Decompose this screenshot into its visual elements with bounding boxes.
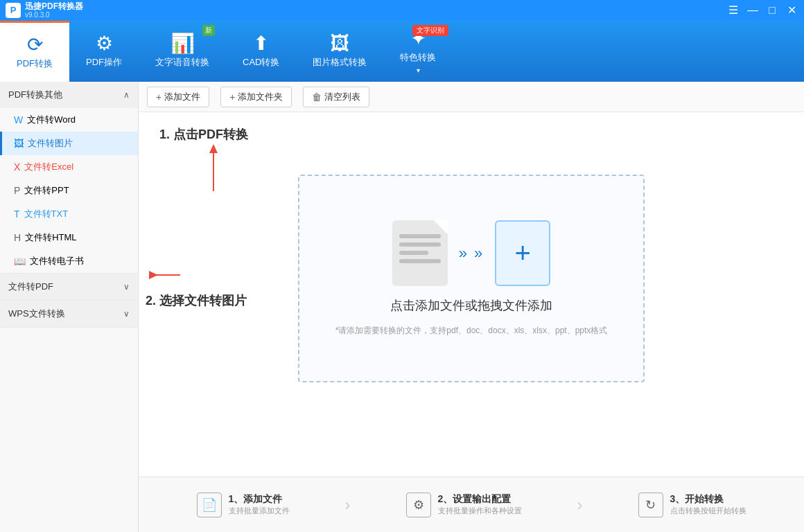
sidebar-item-to-image[interactable]: 🖼 文件转图片 xyxy=(0,132,138,155)
cad-icon: ⬆ xyxy=(253,34,269,53)
guide-step-3-title: 3、开始转换 xyxy=(670,493,746,506)
app-logo: P xyxy=(6,3,21,18)
sidebar-section-wps-title: WPS文件转换 xyxy=(8,308,65,320)
toolbar-pdf-operate[interactable]: ⚙ PDF操作 xyxy=(69,21,139,82)
guide-step-1: 📄 1、添加文件 支持批量添加文件 xyxy=(197,493,290,517)
menu-button[interactable]: ☰ xyxy=(726,0,740,21)
file-icon-plus[interactable]: + xyxy=(495,220,550,286)
html-icon: H xyxy=(14,232,21,243)
clear-list-icon: 🗑 xyxy=(312,91,322,103)
toolbar-tts[interactable]: 新 📊 文字语音转换 xyxy=(139,21,226,82)
chevron-down-icon-2: ∨ xyxy=(123,309,130,319)
sidebar-item-to-txt[interactable]: T 文件转TXT xyxy=(0,202,138,226)
excel-icon: X xyxy=(14,161,20,172)
toolbar-pdf-convert[interactable]: ⟳ PDF转换 xyxy=(0,21,69,82)
chevron-up-icon: ∧ xyxy=(123,90,130,100)
drop-area-container: 1. 点击PDF转换 2. 选择文件转图片 xyxy=(139,112,804,477)
svg-marker-3 xyxy=(149,271,158,279)
clear-list-button[interactable]: 🗑 清空列表 xyxy=(303,87,369,107)
special-dropdown-icon: ▾ xyxy=(417,66,420,74)
sidebar-section-pdf-other-title: PDF转换其他 xyxy=(8,89,62,101)
bottom-guide: 📄 1、添加文件 支持批量添加文件 › ⚙ 2、设置输出配置 支持批量操作和各种… xyxy=(139,477,804,532)
title-bar-controls: ☰ — □ ✕ xyxy=(726,0,798,21)
image-icon: 🖼 xyxy=(14,138,24,149)
tts-badge: 新 xyxy=(202,25,215,36)
minimize-button[interactable]: — xyxy=(746,0,760,21)
guide-step-3-text: 3、开始转换 点击转换按钮开始转换 xyxy=(670,493,746,516)
sidebar-section-pdf-other: PDF转换其他 ∧ W 文件转Word 🖼 文件转图片 X 文件转Excel P… xyxy=(0,82,138,274)
main-toolbar: ⟳ PDF转换 ⚙ PDF操作 新 📊 文字语音转换 ⬆ CAD转换 🖼 图片格… xyxy=(0,21,804,82)
sidebar-section-wps: WPS文件转换 ∨ xyxy=(0,301,138,328)
annotation-step2-text: 2. 选择文件转图片 xyxy=(146,292,247,309)
app-version: v9.0.3.0 xyxy=(25,11,83,19)
cad-label: CAD转换 xyxy=(243,56,279,69)
toolbar-special[interactable]: 文字识别 ✦ 特色转换 ▾ xyxy=(383,21,453,82)
main-panel: + 添加文件 + 添加文件夹 🗑 清空列表 1. 点击PDF转换 xyxy=(139,82,804,532)
pdf-convert-label: PDF转换 xyxy=(17,57,53,70)
guide-step-1-title: 1、添加文件 xyxy=(229,493,290,506)
to-txt-label: 文件转TXT xyxy=(24,208,69,220)
convert-arrows-icon: » » xyxy=(459,245,484,263)
tts-icon: 📊 xyxy=(171,34,195,53)
guide-step-2-title: 2、设置输出配置 xyxy=(438,493,522,506)
chevron-down-icon-1: ∨ xyxy=(123,282,130,292)
svg-marker-1 xyxy=(209,144,218,153)
maximize-button[interactable]: □ xyxy=(765,0,779,21)
close-button[interactable]: ✕ xyxy=(785,0,798,21)
toolbar-img-convert[interactable]: 🖼 图片格式转换 xyxy=(296,21,383,82)
guide-step-3: ↻ 3、开始转换 点击转换按钮开始转换 xyxy=(638,493,746,517)
title-bar: P 迅捷PDF转换器 v9.0.3.0 ☰ — □ ✕ xyxy=(0,0,804,21)
file-icon-pdf xyxy=(392,220,448,286)
ebook-icon: 📖 xyxy=(14,256,26,267)
pdf-operate-label: PDF操作 xyxy=(86,56,122,69)
drop-sub-text: *请添加需要转换的文件，支持pdf、doc、docx、xls、xlsx、ppt、… xyxy=(335,325,608,337)
app-name-version: 迅捷PDF转换器 v9.0.3.0 xyxy=(25,1,83,19)
to-html-label: 文件转HTML xyxy=(25,231,76,244)
file-line-4 xyxy=(399,259,441,263)
add-folder-button[interactable]: + 添加文件夹 xyxy=(220,87,292,107)
add-file-label: 添加文件 xyxy=(164,91,200,103)
to-excel-label: 文件转Excel xyxy=(24,161,73,173)
to-ppt-label: 文件转PPT xyxy=(24,184,69,197)
title-bar-left: P 迅捷PDF转换器 v9.0.3.0 xyxy=(6,1,83,19)
guide-step-2-text: 2、设置输出配置 支持批量操作和各种设置 xyxy=(438,493,522,516)
plus-icon: + xyxy=(515,238,531,269)
content-area: PDF转换其他 ∧ W 文件转Word 🖼 文件转图片 X 文件转Excel P… xyxy=(0,82,804,532)
guide-step-3-sub: 点击转换按钮开始转换 xyxy=(670,506,746,516)
guide-step-1-sub: 支持批量添加文件 xyxy=(229,506,290,516)
add-file-button[interactable]: + 添加文件 xyxy=(147,87,209,107)
guide-step-2: ⚙ 2、设置输出配置 支持批量操作和各种设置 xyxy=(406,493,522,517)
drop-zone-icons: » » + xyxy=(392,220,551,286)
drop-zone[interactable]: » » + 点击添加文件或拖拽文件添加 *请添加需要转换的文件，支持pdf、do… xyxy=(298,175,645,382)
pdf-convert-icon: ⟳ xyxy=(27,35,43,55)
file-line-2 xyxy=(399,242,441,247)
sidebar-item-to-word[interactable]: W 文件转Word xyxy=(0,108,138,132)
sidebar-section-wps-header[interactable]: WPS文件转换 ∨ xyxy=(0,301,138,327)
annotation-arrow2 xyxy=(146,258,187,292)
sidebar-section-to-pdf-header[interactable]: 文件转PDF ∨ xyxy=(0,274,138,300)
guide-divider-2: › xyxy=(577,495,583,515)
guide-step-2-sub: 支持批量操作和各种设置 xyxy=(438,506,522,516)
img-convert-label: 图片格式转换 xyxy=(313,56,367,69)
word-icon: W xyxy=(14,114,23,125)
add-folder-icon: + xyxy=(229,91,235,103)
sidebar-item-to-ebook[interactable]: 📖 文件转电子书 xyxy=(0,249,138,273)
sidebar-section-to-pdf-title: 文件转PDF xyxy=(8,281,53,293)
sidebar: PDF转换其他 ∧ W 文件转Word 🖼 文件转图片 X 文件转Excel P… xyxy=(0,82,139,532)
toolbar-cad[interactable]: ⬆ CAD转换 xyxy=(226,21,296,82)
sidebar-item-to-html[interactable]: H 文件转HTML xyxy=(0,226,138,249)
sidebar-item-to-excel[interactable]: X 文件转Excel xyxy=(0,155,138,179)
special-badge: 文字识别 xyxy=(412,25,448,36)
clear-list-label: 清空列表 xyxy=(324,91,360,103)
img-convert-icon: 🖼 xyxy=(330,34,349,53)
sidebar-section-pdf-other-header[interactable]: PDF转换其他 ∧ xyxy=(0,82,138,108)
sidebar-item-to-ppt[interactable]: P 文件转PPT xyxy=(0,179,138,202)
special-label: 特色转换 xyxy=(400,51,436,64)
to-image-label: 文件转图片 xyxy=(28,137,73,150)
guide-divider-1: › xyxy=(345,495,351,515)
settings-guide-icon: ⚙ xyxy=(413,497,424,513)
to-word-label: 文件转Word xyxy=(27,114,76,126)
file-line-3 xyxy=(399,251,428,255)
guide-step-1-icon: 📄 xyxy=(197,493,222,517)
add-folder-label: 添加文件夹 xyxy=(238,91,283,103)
